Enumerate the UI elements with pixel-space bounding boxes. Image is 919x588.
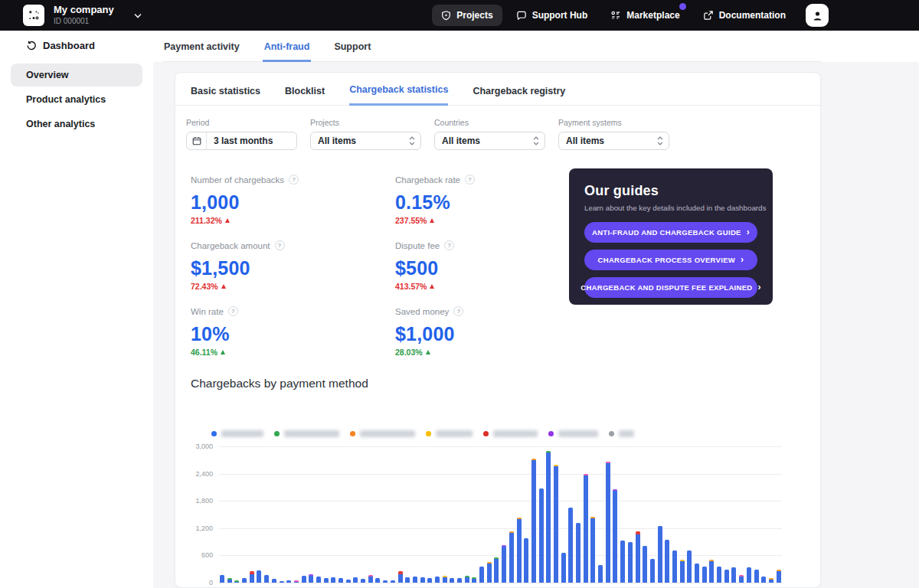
company-switcher[interactable]: My company ID 000001 <box>54 5 114 25</box>
bar: 2025 <box>680 446 685 583</box>
legend-item[interactable] <box>211 430 263 437</box>
help-icon[interactable]: ? <box>275 240 285 250</box>
payment-systems-select[interactable]: All items <box>558 132 669 150</box>
bar-segment-blue <box>695 564 699 583</box>
chart-plot: 3,0002,4001,8001,2006000 202420242024202… <box>219 446 782 583</box>
bar: 2024 <box>427 446 432 583</box>
bar-segment-blue <box>636 534 640 583</box>
bar: 2024 <box>494 446 499 583</box>
bar-segment-blue <box>524 538 528 583</box>
legend-item[interactable] <box>609 430 634 437</box>
tab-support[interactable]: Support <box>332 40 372 61</box>
bar: 2024 <box>338 446 343 583</box>
bar-segment-blue <box>494 559 499 583</box>
projects-select[interactable]: All items <box>310 132 421 150</box>
bar-segment-blue <box>539 488 544 583</box>
guide-button-dispute-fee[interactable]: CHARGEBACK AND DISPUTE FEE EXPLAINED› <box>584 277 757 298</box>
select-chevrons-icon <box>409 136 415 145</box>
company-logo-glyphs <box>26 8 41 23</box>
stat-label: Dispute fee <box>395 241 440 250</box>
guide-button-process-overview[interactable]: CHARGEBACK PROCESS OVERVIEW› <box>584 250 757 270</box>
filter-period: Period 3 last months <box>186 118 297 150</box>
period-input[interactable]: 3 last months <box>186 132 297 150</box>
bar-segment-blue <box>427 578 432 583</box>
bar: 2024 <box>398 446 403 583</box>
select-chevrons-icon <box>657 136 663 145</box>
tab-anti-fraud[interactable]: Anti-fraud <box>263 40 312 62</box>
bar: 2024 <box>383 446 388 583</box>
sidebar-item-overview[interactable]: Overview <box>11 64 142 87</box>
external-link-icon <box>703 10 714 21</box>
stat-delta: 46.11% <box>191 348 395 357</box>
triangle-up-icon <box>430 284 434 289</box>
bar: 2024 <box>309 446 313 583</box>
tab-chargeback-statistics[interactable]: Chargeback statistics <box>349 84 448 106</box>
stat-value: $1,500 <box>191 257 395 279</box>
help-icon[interactable]: ? <box>444 240 454 250</box>
bar-segment-blue <box>680 561 685 583</box>
bar-segment-blue <box>450 578 454 583</box>
legend-item[interactable] <box>548 430 598 437</box>
bar-segment-blue <box>598 565 603 583</box>
bar: 2024 <box>391 446 395 583</box>
calendar-icon[interactable] <box>187 132 207 149</box>
bar: 2024 <box>353 446 358 583</box>
legend-item[interactable] <box>483 430 538 437</box>
help-icon[interactable]: ? <box>465 175 475 185</box>
bar: 2025 <box>628 446 633 583</box>
tab-blocklist[interactable]: Blocklist <box>285 86 325 105</box>
marketplace-button[interactable]: Marketplace <box>601 5 688 26</box>
bar-segment-blue <box>391 580 395 583</box>
documentation-button[interactable]: Documentation <box>694 5 795 26</box>
bar-segment-blue <box>383 580 388 583</box>
bar: 2025 <box>702 446 707 583</box>
bar-segment-blue <box>687 550 692 583</box>
bar: 2025 <box>695 446 699 583</box>
legend-dot-icon <box>350 431 355 436</box>
bar: 2025 <box>620 446 625 583</box>
main-tabs: Payment activity Anti-fraud Support <box>162 40 821 62</box>
bar-segment-blue <box>250 574 254 583</box>
sidebar-item-other-analytics[interactable]: Other analytics <box>11 113 142 136</box>
bar-segment-blue <box>517 519 522 583</box>
guide-button-anti-fraud[interactable]: ANTI-FRAUD AND CHARGEBACK GUIDE› <box>584 222 757 243</box>
legend-dot-icon <box>548 431 554 436</box>
bar: 2024 <box>539 446 544 583</box>
support-hub-button[interactable]: Support Hub <box>507 5 597 26</box>
chat-icon <box>516 10 527 21</box>
bar-segment-blue <box>472 579 476 583</box>
bar-segment-blue <box>628 542 633 583</box>
chart-legend <box>211 430 820 437</box>
projects-button[interactable]: Projects <box>432 5 502 26</box>
bar-segment-blue <box>368 577 373 583</box>
bar: 2025 <box>761 446 766 583</box>
tab-basic-statistics[interactable]: Basic statistics <box>191 86 260 105</box>
bar-segment-blue <box>398 574 403 583</box>
tab-payment-activity[interactable]: Payment activity <box>162 40 241 61</box>
legend-item[interactable] <box>274 430 339 437</box>
chart-title: Chargebacks by payment method <box>191 377 820 390</box>
user-avatar-button[interactable] <box>806 4 829 27</box>
bar: 2024 <box>554 446 558 583</box>
legend-label-redacted <box>221 430 263 437</box>
bar-segment-blue <box>650 559 655 583</box>
countries-select[interactable]: All items <box>434 132 545 150</box>
bar-segment-blue <box>739 577 744 583</box>
bar-segment-blue <box>554 466 558 583</box>
sidebar-item-product-analytics[interactable]: Product analytics <box>11 88 142 111</box>
legend-item[interactable] <box>350 430 415 437</box>
projects-label: Projects <box>456 10 492 21</box>
bar-segment-blue <box>375 578 380 583</box>
help-icon[interactable]: ? <box>228 306 238 316</box>
legend-item[interactable] <box>426 430 473 437</box>
help-icon[interactable]: ? <box>453 306 463 316</box>
bar-segment-blue <box>509 533 514 583</box>
bar-segment-blue <box>769 580 773 583</box>
help-icon[interactable]: ? <box>289 175 299 185</box>
tab-chargeback-registry[interactable]: Chargeback registry <box>473 86 565 105</box>
chevron-down-icon[interactable] <box>134 13 142 18</box>
bar-segment-blue <box>324 578 329 583</box>
bar: 2024 <box>598 446 603 583</box>
bar: 2024 <box>568 446 573 583</box>
documentation-label: Documentation <box>719 10 786 21</box>
